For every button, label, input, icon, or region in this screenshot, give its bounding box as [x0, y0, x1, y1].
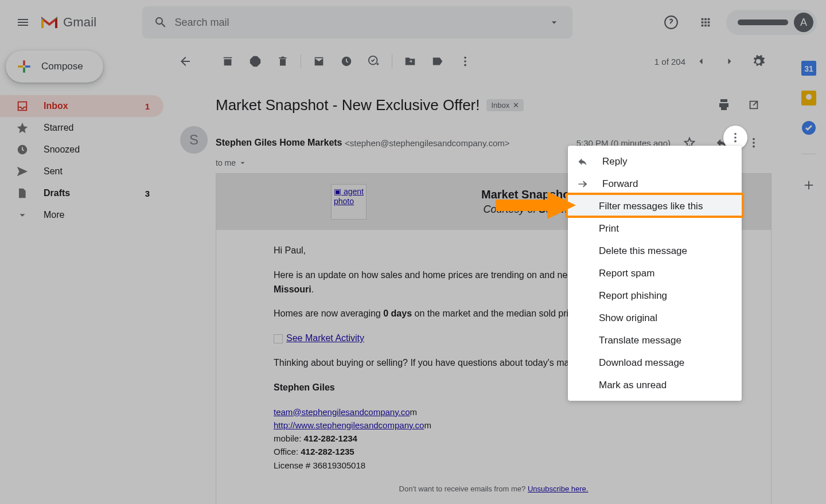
report-spam-button[interactable]	[242, 48, 268, 75]
search-input[interactable]	[174, 17, 540, 29]
label-chip-inbox[interactable]: Inbox✕	[486, 99, 524, 111]
search-button[interactable]	[147, 9, 174, 36]
svg-point-15	[734, 136, 737, 139]
chevron-down-icon	[16, 209, 30, 221]
google-apps-button[interactable]	[692, 9, 719, 36]
calendar-addon-icon[interactable]: 31	[801, 61, 816, 76]
chip-remove-icon[interactable]: ✕	[513, 101, 519, 110]
archive-button[interactable]	[215, 48, 241, 75]
account-switcher[interactable]: A	[726, 10, 817, 35]
right-side-panel: 31 ＋	[792, 45, 826, 194]
pager-next-button[interactable]	[716, 48, 743, 75]
menu-item-report-spam[interactable]: Report spam	[568, 262, 742, 284]
add-to-tasks-button[interactable]	[361, 48, 387, 75]
sidebar-item-label: More	[44, 210, 64, 220]
menu-item-forward[interactable]: Forward	[568, 173, 742, 195]
arrow-left-icon	[178, 54, 192, 68]
mail-icon	[313, 55, 325, 68]
svg-point-11	[753, 138, 755, 140]
search-bar[interactable]	[142, 6, 572, 38]
image-placeholder-icon	[274, 334, 283, 343]
sidebar-item-snoozed[interactable]: Snoozed	[0, 139, 163, 161]
hamburger-icon	[16, 15, 30, 29]
gmail-m-icon	[39, 14, 60, 30]
tasks-addon-icon[interactable]	[801, 120, 816, 135]
sidebar-item-label: Drafts	[44, 188, 70, 198]
add-addon-button[interactable]: ＋	[799, 175, 819, 194]
caret-down-icon	[548, 17, 560, 28]
keep-addon-icon[interactable]	[801, 91, 816, 106]
task-add-icon	[368, 55, 380, 68]
svg-point-8	[464, 57, 466, 59]
menu-item-reply[interactable]: Reply	[568, 150, 742, 173]
back-button[interactable]	[172, 48, 198, 75]
sidebar-item-label: Snoozed	[44, 144, 80, 155]
menu-item-show-original[interactable]: Show original	[568, 307, 742, 329]
gmail-logo[interactable]: Gmail	[39, 14, 96, 30]
sidebar-item-label: Inbox	[44, 101, 68, 111]
sidebar-item-sent[interactable]: Sent	[0, 161, 163, 182]
move-to-button[interactable]	[397, 48, 423, 75]
sender-email: <stephen@stephengilesandcompany.com>	[345, 138, 510, 148]
svg-text:31: 31	[804, 64, 813, 73]
menu-item-mark-as-unread[interactable]: Mark as unread	[568, 374, 742, 396]
pager-text: 1 of 204	[654, 57, 685, 67]
svg-point-12	[753, 142, 755, 144]
kebab-icon	[747, 136, 760, 149]
account-name-redacted	[738, 19, 788, 25]
mark-unread-button[interactable]	[306, 48, 332, 75]
send-icon	[16, 165, 30, 178]
pager-prev-button[interactable]	[688, 48, 714, 75]
print-all-button[interactable]	[711, 92, 737, 118]
sidebar-item-more[interactable]: More	[0, 204, 163, 226]
print-icon	[717, 98, 731, 112]
open-in-new-button[interactable]	[741, 92, 767, 118]
label-icon	[431, 55, 444, 68]
compose-button[interactable]: Compose	[6, 50, 103, 83]
kebab-icon	[459, 55, 472, 68]
apps-grid-icon	[699, 16, 712, 29]
reply-icon	[577, 156, 590, 167]
sender-avatar[interactable]: S	[180, 126, 208, 154]
more-toolbar-button[interactable]	[452, 48, 478, 75]
gear-icon	[751, 54, 765, 68]
menu-item-translate-message[interactable]: Translate message	[568, 329, 742, 351]
search-icon	[154, 15, 167, 29]
sidebar-item-drafts[interactable]: Drafts 3	[0, 182, 163, 204]
sidebar-item-inbox[interactable]: Inbox 1	[0, 95, 163, 117]
sidebar: Compose Inbox 1 Starred Snoozed Sent Dra…	[0, 45, 163, 504]
chevron-left-icon	[695, 56, 707, 67]
clock-icon	[340, 55, 353, 68]
sidebar-item-label: Starred	[44, 123, 73, 133]
search-container	[142, 6, 572, 38]
menu-item-filter-messages-like-this[interactable]: Filter messages like this	[568, 195, 742, 217]
labels-button[interactable]	[424, 48, 451, 75]
contact-url-link[interactable]: http://www.stephengilesandcompany.co	[274, 420, 424, 430]
sidebar-item-label: Sent	[44, 166, 63, 177]
trash-icon	[277, 55, 289, 68]
star-icon	[16, 122, 30, 134]
settings-gear-button[interactable]	[745, 48, 772, 75]
sidebar-item-count: 1	[145, 101, 150, 111]
clock-icon	[16, 143, 30, 156]
search-options-button[interactable]	[540, 9, 568, 36]
unsubscribe-link[interactable]: Unsubscribe here.	[528, 485, 589, 493]
menu-item-download-message[interactable]: Download message	[568, 351, 742, 374]
subject-row: Market Snapshot - New Exclusive Offer! I…	[172, 78, 772, 123]
contact-email-link[interactable]: team@stephengilesandcompany.co	[274, 407, 410, 417]
menu-item-report-phishing[interactable]: Report phishing	[568, 284, 742, 307]
message-toolbar: 1 of 204	[172, 45, 772, 78]
popout-icon	[747, 99, 760, 111]
support-button[interactable]	[657, 9, 685, 36]
main-menu-button[interactable]	[9, 9, 37, 36]
menu-item-print[interactable]: Print	[568, 217, 742, 240]
delete-button[interactable]	[270, 48, 296, 75]
contact-block: team@stephengilesandcompany.com http://w…	[274, 405, 714, 472]
sidebar-item-starred[interactable]: Starred	[0, 117, 163, 139]
header-bar: Gmail A	[0, 0, 826, 45]
snooze-button[interactable]	[333, 48, 360, 75]
inbox-icon	[16, 100, 30, 112]
menu-item-delete-this-message[interactable]: Delete this message	[568, 240, 742, 262]
svg-point-13	[753, 146, 755, 148]
svg-point-9	[464, 60, 466, 62]
